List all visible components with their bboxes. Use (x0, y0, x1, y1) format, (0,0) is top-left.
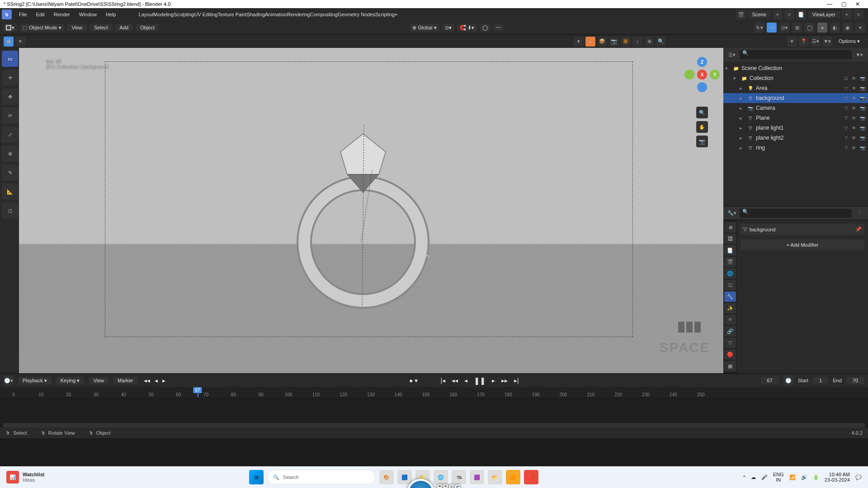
menu-add[interactable]: Add (115, 24, 133, 31)
prop-tab-world[interactable]: 🌐 (724, 268, 736, 279)
tab-compositing[interactable]: Compositing (310, 12, 338, 17)
3d-viewport[interactable]: fps: 28 (67) Collection | background ↖ Z… (19, 48, 723, 373)
tab-layout[interactable]: Layout (139, 12, 154, 17)
outliner-filter-icon[interactable]: ▼▾ (854, 50, 864, 60)
close-button[interactable]: ✕ (851, 1, 864, 7)
pan-icon[interactable]: ✋ (696, 121, 708, 133)
tree-item-Area[interactable]: ▸ 💡 Area ▽ 👁 📷 (723, 83, 868, 93)
taskbar-widgets[interactable]: 📊 Watchlist Ideas (6, 471, 45, 483)
prop-tab-object[interactable]: ◻ (724, 280, 736, 291)
tray-onedrive-icon[interactable]: ☁ (751, 474, 756, 480)
render-icon[interactable]: 📷 (859, 136, 866, 141)
tray-volume-icon[interactable]: 🔊 (801, 474, 807, 480)
select-mode-icon[interactable]: ▾ (15, 37, 25, 47)
timeline-ruler[interactable]: 0102030405060708090100110120130140150160… (0, 387, 868, 397)
select-tool-icon[interactable]: ▦ (4, 37, 14, 47)
camera-view-icon[interactable]: 📷 (696, 136, 708, 147)
minimize-button[interactable]: — (822, 1, 837, 7)
tree-item-plane-light1[interactable]: ▸ ▽ plane light1 ▽ 👁 📷 (723, 123, 868, 133)
tree-item-plane-light2[interactable]: ▸ ▽ plane light2 ▽ 👁 📷 (723, 133, 868, 143)
keyframe-next-icon[interactable]: ▸▸ (500, 376, 509, 385)
timeline-marker-menu[interactable]: Marker (113, 377, 137, 384)
tree-scene-collection[interactable]: ▾📁 Scene Collection (723, 63, 868, 73)
menu-select[interactable]: Select (90, 24, 113, 31)
header-icon-3[interactable]: ☰▾ (811, 37, 821, 47)
properties-breadcrumb[interactable]: ▽ background 📌 (741, 224, 864, 235)
render-icon[interactable]: 📷 (859, 126, 866, 131)
prop-tab-data[interactable]: ▽ (724, 338, 736, 348)
funnel-icon[interactable]: ▼▾ (822, 37, 832, 47)
select-box-tool[interactable]: ▭ (2, 51, 18, 67)
taskbar-search-input[interactable]: 🔍 Search (267, 470, 376, 484)
menu-edit[interactable]: Edit (32, 10, 49, 19)
prop-tab-constraints[interactable]: 🔗 (724, 326, 736, 337)
scale-tool[interactable]: ⤢ (2, 127, 18, 143)
viewlayer-name-field[interactable]: ViewLayer (808, 11, 840, 18)
keyframe-prev-icon[interactable]: ◂◂ (450, 376, 460, 385)
collection-checkbox-icon[interactable]: ☑ (843, 76, 849, 81)
tray-mic-icon[interactable]: 🎤 (761, 474, 768, 480)
snap-selector[interactable]: 🧲 ⬇▾ (457, 24, 477, 32)
timeline-body[interactable] (0, 397, 868, 427)
taskbar-app-m[interactable]: 🟪 (470, 470, 484, 484)
axis-icon[interactable]: ↕ (632, 37, 642, 47)
xray-icon[interactable]: ⊞ (792, 23, 802, 33)
properties-options-icon[interactable]: ⋮ (854, 208, 864, 218)
modifier-link-icon[interactable]: ▽ (844, 96, 849, 101)
tray-notifications-icon[interactable]: 💬 (855, 474, 862, 480)
modifier-link-icon[interactable]: ▽ (844, 126, 849, 131)
outliner-search-input[interactable]: 🔍 (740, 50, 852, 59)
timeline-view-menu[interactable]: View (89, 377, 108, 384)
timeline-scrollbar[interactable] (3, 423, 865, 427)
cursor-tool[interactable]: ✛ (2, 70, 18, 86)
gizmo-visibility-icon[interactable]: 🖱▾ (754, 23, 764, 33)
tray-time[interactable]: 10:48 AM (825, 472, 850, 477)
prop-tab-output[interactable]: 🖼 (724, 234, 736, 244)
viewlayer-delete-icon[interactable]: × (854, 9, 863, 19)
start-frame-field[interactable]: 1 (813, 377, 828, 384)
render-icon[interactable]: 📷 (859, 76, 866, 81)
annotate-tool[interactable]: ✎ (2, 164, 18, 181)
eye-icon[interactable]: 👁 (851, 116, 857, 121)
tree-item-ring[interactable]: ▸ ▽ ring ▽ 👁 📷 (723, 143, 868, 153)
pin-icon[interactable]: 📌 (855, 226, 862, 232)
tray-chevron-icon[interactable]: ^ (743, 474, 745, 480)
prop-tab-physics[interactable]: ⚛ (724, 314, 736, 325)
properties-editor-icon[interactable]: 🔧▾ (727, 208, 737, 218)
taskbar-app-1[interactable]: 🎨 (379, 470, 394, 484)
jump-end-icon[interactable]: ▸| (512, 376, 521, 385)
viewlayer-new-icon[interactable]: + (842, 9, 852, 19)
autokey-record-icon[interactable]: ● ▾ (407, 376, 420, 385)
viewlayer-browse-icon[interactable]: 📑 (796, 9, 806, 19)
axis-y-icon[interactable]: Y (710, 70, 720, 80)
tree-item-Plane[interactable]: ▸ ▽ Plane ▽ 👁 📷 (723, 113, 868, 123)
autokey-fwd-icon[interactable]: ▸ (160, 376, 167, 385)
eye-icon[interactable]: 👁 (851, 106, 857, 111)
rotate-tool[interactable]: ⟳ (2, 108, 18, 124)
play-reverse-icon[interactable]: ◂ (462, 376, 469, 385)
options-dropdown[interactable]: Options ▾ (834, 38, 864, 45)
autokey-rewind-icon[interactable]: ◂◂ (142, 376, 152, 385)
axis-neg-z-icon[interactable] (697, 82, 707, 92)
editor-type-selector[interactable]: 🔳▾ (3, 24, 17, 32)
scene-name-field[interactable]: Scene (748, 11, 771, 18)
search-icon[interactable]: 🔍 (656, 37, 666, 47)
taskbar-app-files[interactable]: 📂 (488, 470, 502, 484)
prop-tab-particles[interactable]: ✨ (724, 303, 736, 314)
render-icon[interactable]: 📷 (859, 96, 866, 101)
prop-tab-texture[interactable]: ▦ (724, 361, 736, 371)
eye-icon[interactable]: 👁 (851, 76, 857, 81)
tab-modeling[interactable]: Modeling (154, 12, 174, 17)
tab-geometry-nodes[interactable]: Geometry Nodes (338, 12, 375, 17)
modifier-link-icon[interactable]: ▽ (844, 106, 849, 111)
orientation-selector[interactable]: ⊕ Global ▾ (410, 24, 440, 32)
eye-icon[interactable]: 👁 (851, 145, 857, 150)
prop-tab-modifiers[interactable]: 🔧 (724, 291, 736, 302)
render-icon[interactable]: 📷 (859, 106, 866, 111)
add-primitive-tool[interactable]: ◻ (2, 202, 18, 219)
tab-texture-paint[interactable]: Texture Paint (217, 12, 246, 17)
tab-uv-editing[interactable]: UV Editing (194, 12, 217, 17)
shading-solid-icon[interactable]: ● (817, 23, 827, 33)
modifier-link-icon[interactable]: ▽ (844, 145, 849, 150)
tab-scripting[interactable]: Scripting (375, 12, 395, 17)
